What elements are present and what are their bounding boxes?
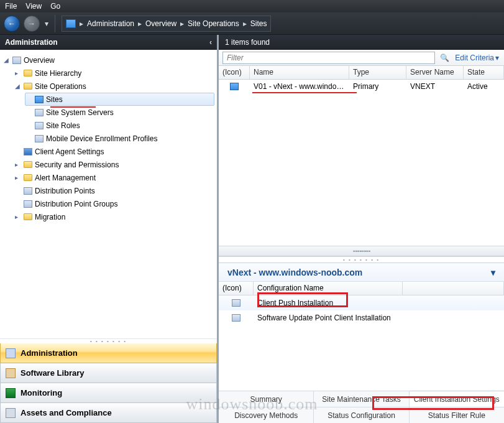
- tree-label: Site Hierarchy: [35, 69, 81, 78]
- monitoring-icon: [6, 388, 16, 398]
- col-icon[interactable]: (Icon): [219, 66, 250, 79]
- chevron-right-icon: ▸: [80, 19, 83, 28]
- forward-button[interactable]: →: [24, 16, 40, 32]
- tree-label: Migration: [35, 213, 65, 221]
- breadcrumb: ▸ Administration ▸ Overview ▸ Site Opera…: [62, 16, 271, 32]
- horizontal-scrollbar[interactable]: ╍╍╍╍: [219, 246, 504, 256]
- tree-node-security[interactable]: ▸ Security and Permissions: [14, 158, 214, 171]
- menu-view[interactable]: View: [25, 2, 42, 11]
- tree-node-site-roles[interactable]: ▸ Site Roles: [25, 119, 214, 132]
- crumb-site-operations[interactable]: Site Operations: [188, 19, 239, 28]
- col-type[interactable]: Type: [349, 66, 406, 79]
- menu-go[interactable]: Go: [50, 2, 60, 11]
- tree-label: Site System Servers: [46, 108, 114, 117]
- expand-icon[interactable]: ▸: [15, 213, 21, 220]
- detail-title: vNext - www.windows-noob.com: [227, 267, 362, 277]
- tree-node-site-hierarchy[interactable]: ▸ Site Hierarchy: [14, 67, 214, 80]
- chevron-right-icon: ▸: [243, 19, 247, 28]
- tab-discovery-methods[interactable]: Discovery Methods: [219, 407, 314, 423]
- detail-col-icon[interactable]: (Icon): [219, 282, 254, 295]
- cell-name: V01 - vNext - www.windo…: [250, 80, 349, 93]
- results-header: 1 items found: [219, 35, 504, 50]
- col-name[interactable]: Name: [250, 66, 349, 79]
- tree-label: Client Agent Settings: [35, 147, 104, 156]
- server-icon: [35, 122, 44, 129]
- tree-label: Distribution Point Groups: [35, 200, 117, 208]
- col-state[interactable]: State: [464, 66, 504, 79]
- cell-state: Active: [464, 80, 504, 93]
- filter-input[interactable]: [222, 52, 435, 64]
- tree-node-overview[interactable]: ◢ Overview: [2, 53, 214, 67]
- wunderbar-administration[interactable]: Administration: [0, 343, 217, 363]
- agent-icon: [24, 148, 32, 156]
- chevron-down-icon: ▾: [495, 53, 499, 62]
- server-icon: [35, 109, 44, 116]
- crumb-overview[interactable]: Overview: [145, 19, 176, 28]
- tree-node-distribution-point-groups[interactable]: ▸ Distribution Point Groups: [14, 197, 214, 210]
- menu-file[interactable]: File: [5, 2, 17, 11]
- tree-label: Mobile Device Enrollment Profiles: [46, 134, 157, 143]
- filter-bar: 🔍 Edit Criteria ▾: [219, 50, 504, 66]
- collapse-icon[interactable]: ◢: [15, 83, 21, 90]
- tree-node-alert-management[interactable]: ▸ Alert Management: [14, 171, 214, 184]
- assets-compliance-icon: [6, 408, 16, 418]
- collapse-panel-button[interactable]: ‹: [209, 38, 212, 47]
- overview-icon: [12, 57, 21, 64]
- nav-history-dropdown[interactable]: ▾: [45, 19, 48, 28]
- tree-node-client-agent-settings[interactable]: ▸ Client Agent Settings: [14, 145, 214, 158]
- expand-icon[interactable]: ▸: [15, 161, 21, 168]
- crumb-administration[interactable]: Administration: [87, 19, 134, 28]
- administration-icon: [6, 348, 16, 358]
- tree-label: Security and Permissions: [35, 160, 119, 169]
- tab-summary[interactable]: Summary: [219, 391, 314, 407]
- menu-bar: File View Go: [0, 0, 504, 12]
- wunderbar-label: Monitoring: [21, 388, 62, 397]
- horizontal-splitter[interactable]: • • • • • • •: [219, 256, 504, 263]
- sites-grid: (Icon) Name Type Server Name State V01 -…: [219, 66, 504, 256]
- wunderbar-monitoring[interactable]: Monitoring: [0, 383, 217, 403]
- tree-node-mdep[interactable]: ▸ Mobile Device Enrollment Profiles: [25, 132, 214, 145]
- crumb-sites[interactable]: Sites: [250, 19, 267, 28]
- edit-criteria-link[interactable]: Edit Criteria ▾: [450, 53, 504, 62]
- edit-criteria-label: Edit Criteria: [455, 53, 494, 62]
- grid-header-row: (Icon) Name Type Server Name State: [219, 66, 504, 80]
- detail-body[interactable]: Client Push Installation Software Update…: [219, 295, 504, 391]
- arrow-right-icon: →: [28, 19, 35, 28]
- panel-title: Administration: [5, 38, 58, 47]
- col-server[interactable]: Server Name: [406, 66, 464, 79]
- grid-row[interactable]: V01 - vNext - www.windo… Primary VNEXT A…: [219, 80, 504, 93]
- detail-row[interactable]: Software Update Point Client Installatio…: [219, 310, 504, 325]
- results-count: 1 items found: [225, 38, 270, 47]
- profile-icon: [35, 135, 44, 142]
- back-button[interactable]: ←: [4, 16, 20, 32]
- chevron-right-icon: ▸: [180, 19, 184, 28]
- nav-toolbar: ← → ▾ ▸ Administration ▸ Overview ▸ Site…: [0, 12, 504, 35]
- folder-icon: [24, 70, 32, 77]
- tree-node-distribution-points[interactable]: ▸ Distribution Points: [14, 184, 214, 197]
- nav-tree[interactable]: ◢ Overview ▸ Site Hierarchy ◢: [0, 50, 217, 338]
- site-icon: [35, 96, 44, 103]
- detail-col-spacer: [403, 282, 504, 295]
- tree-label: Alert Management: [35, 174, 96, 182]
- tree-label: Sites: [46, 95, 63, 104]
- wunderbar-label: Software Library: [21, 368, 85, 378]
- resize-gripper[interactable]: • • • • • • •: [0, 338, 217, 343]
- wunderbar-software-library[interactable]: Software Library: [0, 363, 217, 383]
- site-icon: [230, 83, 239, 90]
- collapse-icon[interactable]: ◢: [4, 57, 10, 63]
- tree-node-site-system-servers[interactable]: ▸ Site System Servers: [25, 106, 214, 119]
- chevron-down-icon[interactable]: ▾: [491, 267, 495, 277]
- expand-icon[interactable]: ▸: [15, 70, 21, 77]
- tree-node-sites[interactable]: ▸ Sites: [25, 93, 214, 106]
- annotation-box: [257, 292, 348, 307]
- grid-body[interactable]: V01 - vNext - www.windo… Primary VNEXT A…: [219, 80, 504, 246]
- annotation-box: [372, 396, 494, 410]
- wunderbar-assets-compliance[interactable]: Assets and Compliance: [0, 403, 217, 423]
- tree-label: Distribution Points: [35, 187, 95, 195]
- tree-node-site-operations[interactable]: ◢ Site Operations: [14, 80, 214, 93]
- folder-icon: [24, 174, 32, 181]
- tree-node-migration[interactable]: ▸ Migration: [14, 210, 214, 223]
- search-icon[interactable]: 🔍: [439, 53, 450, 62]
- expand-icon[interactable]: ▸: [15, 174, 21, 181]
- wunderbar-label: Assets and Compliance: [21, 408, 112, 417]
